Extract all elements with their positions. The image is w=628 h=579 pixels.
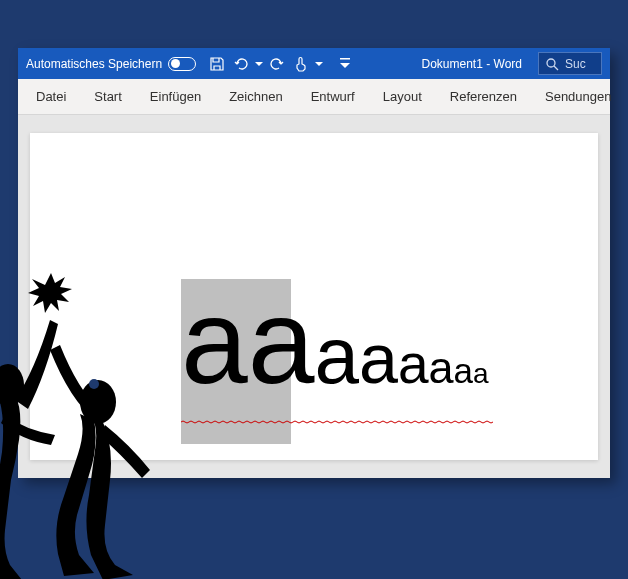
undo-icon[interactable]	[230, 53, 252, 75]
letter: a	[248, 281, 315, 401]
tab-layout[interactable]: Layout	[369, 79, 436, 114]
letter: a	[454, 353, 473, 388]
tab-einfuegen[interactable]: Einfügen	[136, 79, 215, 114]
toggle-switch[interactable]	[168, 57, 196, 71]
document-title: Dokument1 - Word	[422, 57, 522, 71]
touch-dropdown-icon[interactable]	[314, 60, 324, 68]
letter: a	[473, 360, 489, 388]
letter: a	[359, 324, 398, 394]
quick-access-toolbar	[206, 53, 356, 75]
save-icon[interactable]	[206, 53, 228, 75]
letter: a	[398, 337, 429, 392]
ribbon-tabs: Datei Start Einfügen Zeichnen Entwurf La…	[18, 79, 610, 115]
tab-datei[interactable]: Datei	[22, 79, 80, 114]
tab-entwurf[interactable]: Entwurf	[297, 79, 369, 114]
document-viewport: aaaaaaaa	[18, 115, 610, 478]
tab-sendungen[interactable]: Sendungen	[531, 79, 626, 114]
svg-rect-0	[340, 58, 350, 60]
spellcheck-underline	[181, 420, 493, 424]
tab-referenzen[interactable]: Referenzen	[436, 79, 531, 114]
autosave-label: Automatisches Speichern	[26, 57, 162, 71]
letter: a	[315, 316, 360, 396]
page[interactable]: aaaaaaaa	[30, 133, 598, 460]
titlebar: Automatisches Speichern	[18, 48, 610, 79]
undo-dropdown-icon[interactable]	[254, 60, 264, 68]
svg-line-2	[554, 66, 558, 70]
search-box[interactable]: Suc	[538, 52, 602, 75]
customize-qat-icon[interactable]	[334, 53, 356, 75]
letter: a	[429, 345, 454, 390]
letter: a	[181, 281, 248, 401]
tab-start[interactable]: Start	[80, 79, 135, 114]
touch-mode-icon[interactable]	[290, 53, 312, 75]
text-content[interactable]: aaaaaaaa	[181, 281, 489, 401]
autosave-toggle[interactable]: Automatisches Speichern	[26, 57, 196, 71]
tab-zeichnen[interactable]: Zeichnen	[215, 79, 296, 114]
svg-point-1	[547, 59, 555, 67]
search-placeholder: Suc	[565, 57, 586, 71]
search-icon	[545, 57, 559, 71]
redo-icon[interactable]	[266, 53, 288, 75]
word-window: Automatisches Speichern	[18, 48, 610, 478]
